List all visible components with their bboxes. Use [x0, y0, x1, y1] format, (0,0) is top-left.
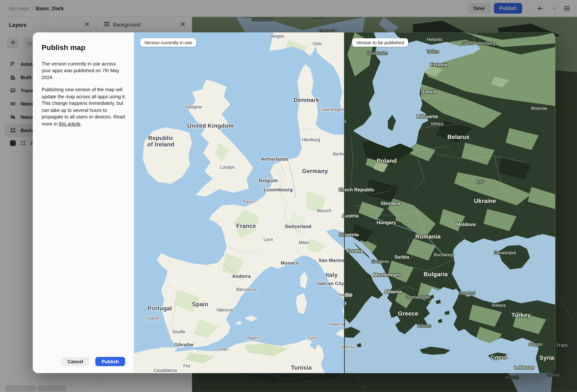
- publish-button-dialog[interactable]: Publish: [95, 357, 125, 366]
- version-current-badge: Version currently in use: [140, 38, 196, 47]
- dialog-title: Publish map: [42, 43, 126, 52]
- version-split-divider[interactable]: [344, 33, 345, 373]
- this-article-link[interactable]: this article: [59, 121, 80, 126]
- version-comparison-preview: Version currently in use Version to be p…: [134, 33, 555, 373]
- dialog-paragraph-1: The version currently in use across your…: [42, 61, 126, 81]
- dialog-pane: Publish map The version currently in use…: [33, 33, 134, 373]
- version-new-badge: Version to be published: [352, 38, 408, 47]
- cancel-button[interactable]: Cancel: [61, 357, 89, 366]
- dialog-paragraph-2: Publishing new version of the map will u…: [42, 87, 126, 127]
- publish-map-dialog: Publish map The version currently in use…: [33, 33, 555, 373]
- app-root: My maps / Basic_Dark Save Publish: [0, 0, 577, 392]
